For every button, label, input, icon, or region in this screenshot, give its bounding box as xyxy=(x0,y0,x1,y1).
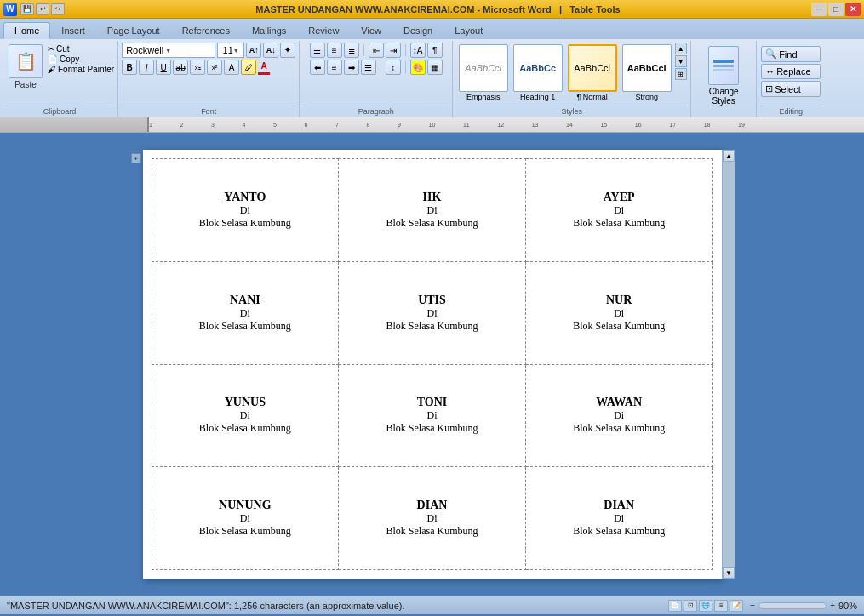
zoom-slider[interactable] xyxy=(758,602,827,609)
bullets-button[interactable]: ☰ xyxy=(310,43,325,58)
invite-di: Di xyxy=(347,307,517,320)
shading-button[interactable]: 🎨 xyxy=(410,60,426,75)
invite-name: NANI xyxy=(161,294,330,307)
cut-button[interactable]: ✂Cut xyxy=(48,44,114,54)
draft-view-button[interactable]: 📝 xyxy=(730,600,743,612)
outline-view-button[interactable]: ≡ xyxy=(714,600,728,612)
font-size-decrease-button[interactable]: A↓ xyxy=(263,43,278,58)
ribbon: 📋 Paste ✂Cut 📄Copy 🖌Format Painter Clipb… xyxy=(0,39,864,117)
invite-name: DIAN xyxy=(347,499,517,512)
tab-home[interactable]: Home xyxy=(3,22,50,39)
invite-di: Di xyxy=(161,409,330,422)
invite-location: Blok Selasa Kumbung xyxy=(161,320,330,333)
tab-layout[interactable]: Layout xyxy=(443,22,494,39)
table-cell: NUNUNGDiBlok Selasa Kumbung xyxy=(152,467,339,570)
tab-references[interactable]: References xyxy=(171,22,241,39)
invite-location: Blok Selasa Kumbung xyxy=(347,320,517,333)
invite-di: Di xyxy=(347,512,517,525)
find-icon: 🔍 xyxy=(765,48,777,60)
font-size-increase-button[interactable]: A↑ xyxy=(246,43,261,58)
subscript-button[interactable]: x₂ xyxy=(190,60,205,75)
redo-btn[interactable]: ↪ xyxy=(51,3,65,15)
align-left-button[interactable]: ⬅ xyxy=(310,60,325,75)
table-cell: YANTODiBlok Selasa Kumbung xyxy=(152,159,339,262)
zoom-control: − + 90% xyxy=(750,601,857,611)
styles-expand[interactable]: ⊞ xyxy=(675,68,687,80)
font-color-button[interactable]: A xyxy=(258,60,270,75)
highlight-button[interactable]: 🖊 xyxy=(241,60,256,75)
scroll-up-button[interactable]: ▲ xyxy=(723,150,735,162)
borders-button[interactable]: ▦ xyxy=(427,60,443,75)
show-marks-button[interactable]: ¶ xyxy=(427,43,443,58)
style-normal[interactable]: AaBbCcl ¶ Normal xyxy=(566,43,619,103)
tab-page layout[interactable]: Page Layout xyxy=(96,22,171,39)
web-layout-button[interactable]: 🌐 xyxy=(699,600,712,612)
maximize-button[interactable]: □ xyxy=(828,3,844,16)
sort-button[interactable]: ↕A xyxy=(410,43,426,58)
print-layout-button[interactable]: 📄 xyxy=(668,600,682,612)
copy-button[interactable]: 📄Copy xyxy=(48,54,114,64)
superscript-button[interactable]: x² xyxy=(207,60,222,75)
document-area: + YANTODiBlok Selasa KumbungIIKDiBlok Se… xyxy=(0,133,864,596)
view-buttons: 📄 ⊡ 🌐 ≡ 📝 xyxy=(668,600,743,612)
table-cell: TONIDiBlok Selasa Kumbung xyxy=(339,364,526,467)
font-size-dropdown[interactable]: 11 ▼ xyxy=(217,43,244,58)
justify-button[interactable]: ☰ xyxy=(361,60,376,75)
underline-button[interactable]: U xyxy=(156,60,171,75)
close-button[interactable]: ✕ xyxy=(845,3,861,16)
replace-button[interactable]: ↔ Replace xyxy=(761,64,821,79)
tab-view[interactable]: View xyxy=(350,22,392,39)
app-icon: W xyxy=(3,3,17,16)
styles-group: AaBbCcl Emphasis AaBbCc Heading 1 AaBbCc… xyxy=(453,41,691,117)
zoom-level[interactable]: 90% xyxy=(838,601,857,611)
invite-name: DIAN xyxy=(535,499,704,512)
clear-format-button[interactable]: ✦ xyxy=(280,43,295,58)
font-name-dropdown[interactable]: Rockwell ▼ xyxy=(122,43,215,58)
select-icon: ⊡ xyxy=(765,83,773,94)
styles-scroll-up[interactable]: ▲ xyxy=(675,43,687,54)
scroll-down-button[interactable]: ▼ xyxy=(723,567,735,579)
invite-di: Di xyxy=(535,307,704,320)
invite-di: Di xyxy=(535,204,704,217)
invite-di: Di xyxy=(161,512,330,525)
full-screen-button[interactable]: ⊡ xyxy=(684,600,697,612)
zoom-out-button[interactable]: − xyxy=(750,601,755,610)
align-right-button[interactable]: ➡ xyxy=(344,60,359,75)
strikethrough-button[interactable]: ab xyxy=(173,60,188,75)
invite-name: TONI xyxy=(347,396,517,409)
bold-button[interactable]: B xyxy=(122,60,137,75)
tab-insert[interactable]: Insert xyxy=(50,22,96,39)
table-cell: NANIDiBlok Selasa Kumbung xyxy=(152,261,339,364)
paste-button[interactable]: 📋 Paste xyxy=(5,43,46,91)
numbering-button[interactable]: ≡ xyxy=(327,43,342,58)
tab-mailings[interactable]: Mailings xyxy=(241,22,297,39)
invite-di: Di xyxy=(347,409,517,422)
quick-save[interactable]: 💾 xyxy=(20,3,34,15)
minimize-button[interactable]: ─ xyxy=(811,3,827,16)
undo-btn[interactable]: ↩ xyxy=(36,3,49,15)
tab-design[interactable]: Design xyxy=(392,22,443,39)
zoom-in-button[interactable]: + xyxy=(830,601,835,610)
indent-decrease-button[interactable]: ⇤ xyxy=(369,43,384,58)
line-spacing-button[interactable]: ↕ xyxy=(386,60,401,75)
change-styles-group: Change Styles xyxy=(691,41,757,117)
styles-scroll-down[interactable]: ▼ xyxy=(675,55,687,67)
text-effect-button[interactable]: A xyxy=(224,60,239,75)
find-button[interactable]: 🔍 Find xyxy=(761,46,821,62)
indent-increase-button[interactable]: ⇥ xyxy=(386,43,401,58)
select-button[interactable]: ⊡ Select xyxy=(761,81,821,97)
multilevel-button[interactable]: ≣ xyxy=(344,43,359,58)
align-center-button[interactable]: ≡ xyxy=(327,60,342,75)
style-emphasis[interactable]: AaBbCcl Emphasis xyxy=(457,43,510,103)
tab-review[interactable]: Review xyxy=(297,22,350,39)
format-painter-button[interactable]: 🖌Format Painter xyxy=(48,65,114,74)
change-styles-icon xyxy=(707,44,741,87)
styles-label: Styles xyxy=(456,106,687,116)
change-styles-button[interactable]: Change Styles xyxy=(695,43,752,107)
left-margin-handle[interactable]: + xyxy=(131,153,141,163)
italic-button[interactable]: I xyxy=(139,60,154,75)
table-cell: YUNUSDiBlok Selasa Kumbung xyxy=(152,364,339,467)
style-heading1[interactable]: AaBbCc Heading 1 xyxy=(512,43,564,103)
style-strong[interactable]: AaBbCcl Strong xyxy=(621,43,673,103)
invite-location: Blok Selasa Kumbung xyxy=(161,422,330,435)
